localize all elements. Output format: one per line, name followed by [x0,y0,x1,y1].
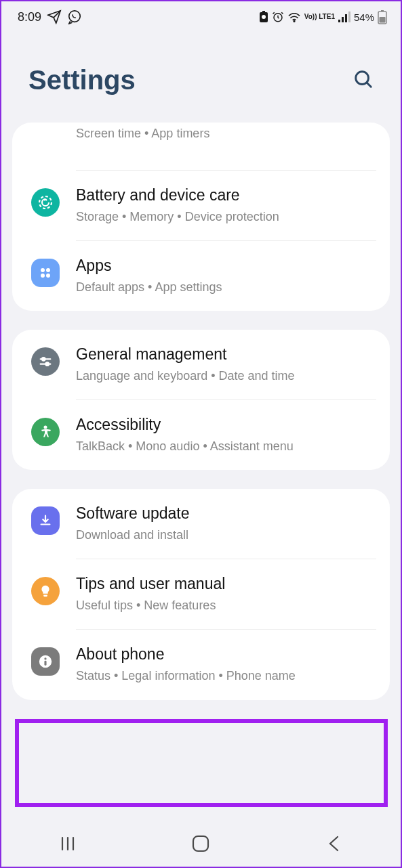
update-icon [31,506,60,535]
svg-rect-12 [380,17,386,23]
svg-rect-7 [342,17,344,22]
settings-item-title: Accessibility [76,415,371,435]
settings-item-digital-wellbeing[interactable]: Screen time • App timers [12,123,390,170]
home-icon [191,845,210,855]
svg-rect-25 [193,836,208,851]
settings-item-title: Tips and user manual [76,574,371,594]
settings-item-subtitle: TalkBack • Mono audio • Assistant menu [76,438,371,455]
status-time: 8:09 [18,10,41,24]
info-icon [31,647,60,676]
svg-rect-11 [381,10,384,12]
svg-point-15 [41,268,45,272]
svg-point-21 [44,426,47,429]
battery-percent: 54% [354,12,374,23]
highlight-about-phone [15,719,388,807]
svg-rect-8 [345,14,347,22]
wifi-icon [287,12,301,22]
svg-rect-6 [338,20,340,22]
status-right: Vo)) LTE1 54% [259,9,387,24]
signal-icon [338,12,350,22]
settings-item-device-care[interactable]: Battery and device care Storage • Memory… [12,171,390,240]
settings-item-about-phone[interactable]: About phone Status • Legal information •… [12,630,390,699]
svg-point-18 [46,274,50,278]
settings-item-tips[interactable]: Tips and user manual Useful tips • New f… [12,559,390,629]
svg-point-5 [294,21,295,22]
svg-point-16 [46,268,50,272]
network-label: Vo)) LTE1 [304,14,335,20]
accessibility-icon [31,418,60,446]
svg-rect-9 [348,12,350,22]
page-header: Settings [1,30,401,123]
bulb-icon [31,577,60,605]
settings-group-1: Screen time • App timers Battery and dev… [12,123,390,311]
alarm-icon [272,11,284,23]
settings-item-title: About phone [76,645,371,665]
svg-rect-24 [44,661,46,666]
search-icon [353,81,374,91]
settings-item-general-management[interactable]: General management Language and keyboard… [12,330,390,399]
page-title: Settings [28,65,136,95]
svg-point-19 [42,357,45,361]
svg-point-0 [69,11,81,22]
settings-item-title: General management [76,345,371,365]
settings-item-subtitle: Status • Legal information • Phone name [76,668,371,685]
settings-item-title: Apps [76,256,371,276]
settings-item-subtitle: Default apps • App settings [76,279,371,296]
svg-point-20 [45,363,49,366]
settings-item-software-update[interactable]: Software update Download and install [12,489,390,559]
status-left: 8:09 [18,9,82,24]
svg-point-14 [39,196,52,209]
search-button[interactable] [350,66,376,94]
nav-home-button[interactable] [171,826,230,863]
whatsapp-icon [67,9,82,24]
nav-back-button[interactable] [305,827,363,863]
navigation-bar [1,822,401,867]
svg-point-3 [262,15,266,19]
back-icon [325,844,343,854]
apps-icon [31,259,60,287]
settings-item-subtitle: Language and keyboard • Date and time [76,368,371,385]
settings-group-3: Software update Download and install Tip… [12,489,390,699]
device-care-icon [31,188,60,217]
battery-icon [378,9,387,24]
settings-item-subtitle: Download and install [76,527,371,544]
settings-item-accessibility[interactable]: Accessibility TalkBack • Mono audio • As… [12,400,390,470]
svg-rect-2 [262,11,265,12]
settings-group-2: General management Language and keyboard… [12,330,390,470]
status-bar: 8:09 Vo)) LTE1 54% [1,1,401,30]
settings-item-subtitle: Useful tips • New features [76,597,371,614]
recents-icon [59,844,77,854]
settings-item-title: Software update [76,504,371,524]
nav-recents-button[interactable] [39,827,97,863]
svg-point-17 [41,274,45,278]
settings-item-apps[interactable]: Apps Default apps • App settings [12,241,390,311]
telegram-icon [47,9,62,24]
settings-item-subtitle: Storage • Memory • Device protection [76,209,371,225]
settings-item-subtitle: Screen time • App timers [76,125,371,142]
battery-status-icon [259,11,268,23]
svg-point-23 [44,658,46,660]
sliders-icon [31,347,60,376]
settings-item-title: Battery and device care [76,186,371,206]
